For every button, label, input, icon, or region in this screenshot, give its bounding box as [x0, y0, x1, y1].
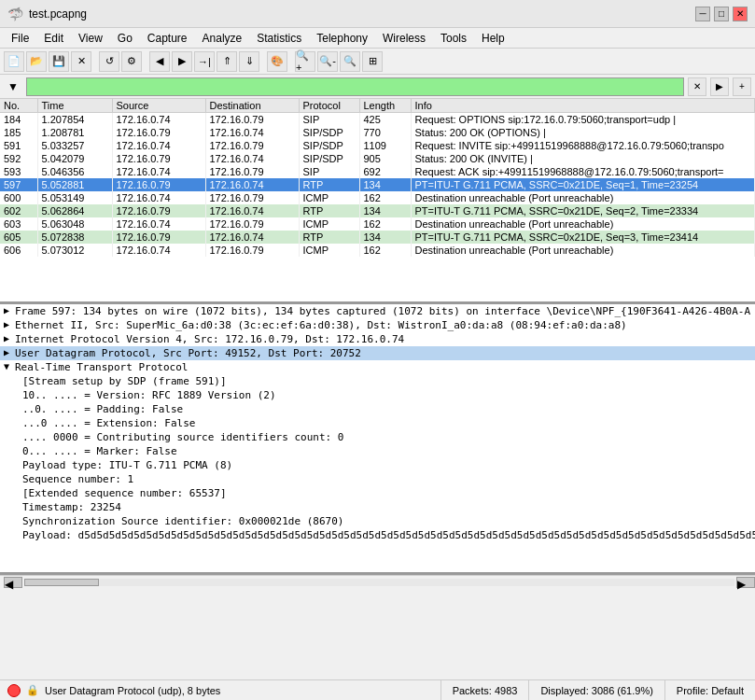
- table-row[interactable]: 5925.042079172.16.0.79172.16.0.74SIP/SDP…: [0, 152, 755, 165]
- toolbar-zoom-in[interactable]: 🔍+: [295, 51, 315, 72]
- filter-bookmark-button[interactable]: +: [733, 77, 751, 96]
- packet-detail: ▶ Frame 597: 134 bytes on wire (1072 bit…: [0, 304, 755, 575]
- toolbar-zoom-reset[interactable]: 🔍: [340, 51, 360, 72]
- cell-info: Request: ACK sip:+49911519968888@172.16.…: [411, 165, 755, 178]
- col-header-dst[interactable]: Destination: [205, 99, 299, 113]
- close-button[interactable]: ✕: [733, 7, 748, 21]
- menu-item-file[interactable]: File: [4, 30, 36, 47]
- menu-item-help[interactable]: Help: [474, 30, 512, 47]
- menu-item-telephony[interactable]: Telephony: [309, 30, 375, 47]
- hscroll-right[interactable]: ▶: [736, 577, 755, 588]
- cell-info: Destination unreachable (Port unreachabl…: [411, 217, 755, 231]
- toolbar-goto[interactable]: →|: [194, 51, 215, 72]
- toolbar-zoom-out[interactable]: 🔍-: [317, 51, 338, 72]
- cell-no: 605: [0, 231, 37, 244]
- cell-proto: SIP/SDP: [299, 139, 359, 152]
- toolbar-top[interactable]: ⇑: [217, 51, 237, 72]
- toolbar-reload[interactable]: ↺: [99, 51, 119, 72]
- toolbar-save[interactable]: 💾: [49, 51, 69, 72]
- table-row[interactable]: 6035.063048172.16.0.74172.16.0.79ICMP162…: [0, 217, 755, 231]
- cell-time: 5.033257: [37, 139, 112, 152]
- cell-src: 172.16.0.74: [112, 139, 205, 152]
- toolbar-close[interactable]: ✕: [71, 51, 91, 72]
- table-row[interactable]: 6005.053149172.16.0.74172.16.0.79ICMP162…: [0, 191, 755, 204]
- window-controls: ─ □ ✕: [695, 7, 748, 21]
- cell-no: 600: [0, 191, 37, 204]
- menu-item-statistics[interactable]: Statistics: [249, 30, 309, 47]
- table-row[interactable]: 6055.072838172.16.0.79172.16.0.74RTP134P…: [0, 231, 755, 244]
- cell-info: Request: OPTIONS sip:172.16.0.79:5060;tr…: [411, 113, 755, 127]
- toolbar-resize-columns[interactable]: ⊞: [362, 51, 383, 72]
- detail-item-ethernet[interactable]: ▶ Ethernet II, Src: SuperMic_6a:d0:38 (3…: [0, 318, 755, 332]
- window-title: test.pcapng: [29, 7, 87, 21]
- displayed-count: Displayed: 3086 (61.9%): [528, 680, 664, 701]
- table-row[interactable]: 5915.033257172.16.0.74172.16.0.79SIP/SDP…: [0, 139, 755, 152]
- cell-src: 172.16.0.79: [112, 152, 205, 165]
- col-header-proto[interactable]: Protocol: [299, 99, 359, 113]
- toolbar-capture-opts[interactable]: ⚙: [121, 51, 142, 72]
- filter-apply-button[interactable]: ▶: [710, 77, 729, 96]
- menu-item-edit[interactable]: Edit: [36, 30, 71, 47]
- maximize-button[interactable]: □: [714, 7, 729, 21]
- hscroll-left[interactable]: ◀: [4, 577, 22, 588]
- cell-time: 5.042079: [37, 152, 112, 165]
- detail-child-item: Payload: d5d5d5d5d5d5d5d5d5d5d5d5d5d5d5d…: [0, 528, 755, 542]
- cell-src: 172.16.0.79: [112, 126, 205, 139]
- col-header-no[interactable]: No.: [0, 99, 37, 113]
- detail-text-ethernet: Ethernet II, Src: SuperMic_6a:d0:38 (3c:…: [15, 319, 751, 331]
- menu-item-go[interactable]: Go: [110, 30, 140, 47]
- cell-no: 185: [0, 126, 37, 139]
- table-row[interactable]: 5975.052881172.16.0.79172.16.0.74RTP134P…: [0, 178, 755, 191]
- table-row[interactable]: 6065.073012172.16.0.74172.16.0.79ICMP162…: [0, 244, 755, 257]
- cell-len: 770: [359, 126, 411, 139]
- cell-time: 5.046356: [37, 165, 112, 178]
- detail-arrow-rtp: ▼: [4, 361, 15, 371]
- detail-item-rtp[interactable]: ▼ Real-Time Transport Protocol: [0, 360, 755, 374]
- cell-dst: 172.16.0.74: [205, 178, 299, 191]
- cell-src: 172.16.0.79: [112, 231, 205, 244]
- detail-item-udp[interactable]: ▶ User Datagram Protocol, Src Port: 4915…: [0, 346, 755, 360]
- filter-input[interactable]: sip || rtp: [26, 77, 684, 96]
- detail-text-rtp: Real-Time Transport Protocol: [15, 361, 751, 373]
- col-header-time[interactable]: Time: [37, 99, 112, 113]
- toolbar-open[interactable]: 📂: [26, 51, 47, 72]
- cell-dst: 172.16.0.79: [205, 113, 299, 127]
- minimize-button[interactable]: ─: [695, 7, 710, 21]
- menu-item-view[interactable]: View: [71, 30, 110, 47]
- toolbar-back[interactable]: ◀: [149, 51, 170, 72]
- detail-item-ip[interactable]: ▶ Internet Protocol Version 4, Src: 172.…: [0, 332, 755, 346]
- toolbar-new[interactable]: 📄: [4, 51, 24, 72]
- col-header-info[interactable]: Info: [411, 99, 755, 113]
- menu-item-wireless[interactable]: Wireless: [375, 30, 433, 47]
- col-header-src[interactable]: Source: [112, 99, 205, 113]
- toolbar-colorize[interactable]: 🎨: [267, 51, 287, 72]
- cell-info: PT=ITU-T G.711 PCMA, SSRC=0x21DE, Seq=2,…: [411, 204, 755, 217]
- detail-arrow-udp: ▶: [4, 347, 15, 357]
- menu-item-capture[interactable]: Capture: [140, 30, 195, 47]
- table-row[interactable]: 6025.062864172.16.0.79172.16.0.74RTP134P…: [0, 204, 755, 217]
- detail-child-item: ..0. .... = Padding: False: [0, 402, 755, 416]
- cell-no: 184: [0, 113, 37, 127]
- toolbar-bottom[interactable]: ⇓: [239, 51, 259, 72]
- table-row[interactable]: 5935.046356172.16.0.74172.16.0.79SIP692R…: [0, 165, 755, 178]
- filter-clear-button[interactable]: ✕: [688, 77, 706, 96]
- detail-child-item: Sequence number: 1: [0, 472, 755, 486]
- toolbar-fwd[interactable]: ▶: [172, 51, 192, 72]
- packet-table: No. Time Source Destination Protocol Len…: [0, 99, 755, 257]
- cell-dst: 172.16.0.74: [205, 152, 299, 165]
- cell-dst: 172.16.0.74: [205, 204, 299, 217]
- cell-proto: SIP/SDP: [299, 152, 359, 165]
- detail-item-frame[interactable]: ▶ Frame 597: 134 bytes on wire (1072 bit…: [0, 304, 755, 318]
- cell-len: 162: [359, 217, 411, 231]
- app-icon: 🦈: [7, 7, 23, 21]
- menu-item-analyze[interactable]: Analyze: [195, 30, 250, 47]
- detail-child-item: Timestamp: 23254: [0, 500, 755, 514]
- table-row[interactable]: 1851.208781172.16.0.79172.16.0.74SIP/SDP…: [0, 126, 755, 139]
- cell-src: 172.16.0.74: [112, 113, 205, 127]
- menu-item-tools[interactable]: Tools: [433, 30, 474, 47]
- cell-info: PT=ITU-T G.711 PCMA, SSRC=0x21DE, Seq=1,…: [411, 178, 755, 191]
- col-header-len[interactable]: Length: [359, 99, 411, 113]
- table-row[interactable]: 1841.207854172.16.0.74172.16.0.79SIP425R…: [0, 113, 755, 127]
- detail-text-udp: User Datagram Protocol, Src Port: 49152,…: [15, 347, 751, 359]
- hscroll[interactable]: ◀ ▶: [0, 575, 755, 588]
